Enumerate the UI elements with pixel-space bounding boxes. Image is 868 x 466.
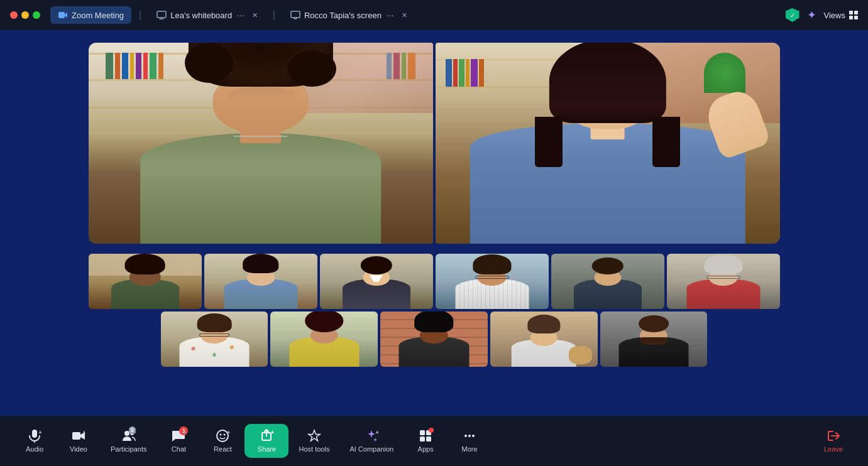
participants-label: Participants bbox=[111, 445, 146, 453]
apps-button[interactable]: Apps bbox=[404, 424, 448, 458]
thumb-2 bbox=[204, 254, 317, 309]
thumb-6 bbox=[667, 254, 780, 309]
svg-rect-14 bbox=[426, 436, 431, 442]
react-icon: ▲ bbox=[216, 429, 229, 443]
toolbar: ▲ Audio ▲ Video 3 ▲ Participants bbox=[0, 416, 868, 466]
tab-dots-whiteboard[interactable]: ··· bbox=[237, 10, 244, 20]
ai-companion-button[interactable]: ▲ AI Companion bbox=[339, 424, 404, 458]
svg-rect-11 bbox=[420, 430, 425, 435]
host-tools-button[interactable]: Host tools bbox=[288, 424, 339, 458]
react-button[interactable]: ▲ React bbox=[201, 424, 244, 458]
svg-rect-4 bbox=[72, 432, 80, 440]
main-video-grid bbox=[89, 43, 780, 244]
svg-point-17 bbox=[472, 435, 475, 437]
tab-close-screen[interactable]: ✕ bbox=[402, 11, 407, 19]
share-icon: ▲ bbox=[260, 429, 273, 443]
tab-zoom-meeting[interactable]: Zoom Meeting bbox=[50, 6, 131, 24]
ai-sparkle-icon[interactable]: ✦ bbox=[807, 8, 816, 22]
chat-chevron-icon: ▲ bbox=[182, 429, 187, 435]
chat-icon: 1 ▲ bbox=[172, 429, 185, 443]
chat-button[interactable]: 1 ▲ Chat bbox=[157, 424, 201, 458]
apps-notification-dot bbox=[429, 428, 434, 433]
screen-icon bbox=[290, 10, 300, 20]
share-label: Share bbox=[258, 445, 276, 453]
video-cell-2 bbox=[436, 43, 780, 244]
host-tools-icon bbox=[307, 429, 321, 443]
tab-close-whiteboard[interactable]: ✕ bbox=[252, 11, 258, 19]
audio-button[interactable]: ▲ Audio bbox=[13, 424, 57, 458]
title-bar-right: ✓ ✦ Views bbox=[786, 8, 858, 22]
video-button[interactable]: ▲ Video bbox=[57, 424, 101, 458]
tab-separator-1: | bbox=[139, 9, 141, 21]
leave-button[interactable]: Leave bbox=[811, 424, 855, 458]
chat-label: Chat bbox=[172, 445, 186, 453]
grid-icon bbox=[849, 11, 858, 19]
host-tools-label: Host tools bbox=[299, 445, 329, 453]
thumb-10 bbox=[490, 312, 598, 367]
svg-point-16 bbox=[468, 435, 471, 437]
leave-label: Leave bbox=[824, 445, 843, 453]
thumb-9 bbox=[380, 312, 488, 367]
react-label: React bbox=[214, 445, 232, 453]
tab-whiteboard-label: Lea's whiteboard bbox=[170, 11, 232, 20]
main-content bbox=[0, 30, 868, 416]
more-label: More bbox=[462, 445, 478, 453]
tab-screen-label: Rocco Tapia's screen bbox=[304, 11, 382, 20]
thumb-8 bbox=[270, 312, 378, 367]
ai-companion-chevron-icon: ▲ bbox=[375, 429, 380, 435]
video-label: Video bbox=[70, 445, 87, 453]
svg-rect-1 bbox=[157, 11, 166, 18]
more-icon bbox=[463, 429, 476, 443]
svg-point-15 bbox=[464, 435, 467, 437]
svg-point-9 bbox=[224, 434, 226, 436]
leave-icon bbox=[827, 429, 840, 443]
react-chevron-icon: ▲ bbox=[226, 429, 231, 435]
thumb-5 bbox=[551, 254, 664, 309]
svg-rect-13 bbox=[420, 436, 425, 442]
traffic-lights bbox=[10, 11, 40, 19]
mic-icon: ▲ bbox=[28, 429, 41, 443]
participants-chevron-icon: ▲ bbox=[132, 429, 137, 435]
tab-rocco-screen[interactable]: Rocco Tapia's screen ··· ✕ bbox=[283, 6, 415, 24]
svg-rect-0 bbox=[58, 12, 65, 18]
video-chevron-icon: ▲ bbox=[82, 429, 87, 435]
audio-label: Audio bbox=[26, 445, 43, 453]
participants-icon: 3 ▲ bbox=[122, 429, 136, 443]
audio-chevron-icon: ▲ bbox=[38, 429, 43, 435]
thumb-7 bbox=[161, 312, 268, 367]
more-button[interactable]: More bbox=[448, 424, 492, 458]
ai-companion-label: AI Companion bbox=[349, 445, 393, 453]
apps-icon bbox=[419, 429, 432, 443]
minimize-button[interactable] bbox=[21, 11, 29, 19]
maximize-button[interactable] bbox=[33, 11, 40, 19]
title-bar: Zoom Meeting | Lea's whiteboard ··· ✕ | … bbox=[0, 0, 868, 30]
thumb-1 bbox=[89, 254, 202, 309]
tab-separator-2: | bbox=[273, 9, 275, 21]
video-cell-1 bbox=[89, 43, 433, 244]
video-icon: ▲ bbox=[72, 429, 85, 443]
apps-label: Apps bbox=[418, 445, 434, 453]
thumb-11 bbox=[600, 312, 708, 367]
ai-companion-icon: ▲ bbox=[365, 429, 378, 443]
tab-leas-whiteboard[interactable]: Lea's whiteboard ··· ✕ bbox=[149, 6, 265, 24]
thumbnail-row-2 bbox=[161, 312, 708, 367]
svg-rect-2 bbox=[291, 11, 300, 18]
tab-dots-screen[interactable]: ··· bbox=[387, 10, 394, 20]
svg-point-8 bbox=[220, 434, 222, 436]
participants-button[interactable]: 3 ▲ Participants bbox=[101, 424, 157, 458]
svg-rect-3 bbox=[32, 430, 37, 438]
share-button[interactable]: ▲ Share bbox=[244, 424, 288, 458]
close-button[interactable] bbox=[10, 11, 18, 19]
thumb-4 bbox=[436, 254, 549, 309]
views-button[interactable]: Views bbox=[824, 11, 858, 20]
meeting-icon bbox=[58, 10, 68, 20]
thumbnail-row-1 bbox=[89, 254, 780, 309]
tab-zoom-meeting-label: Zoom Meeting bbox=[72, 11, 124, 20]
thumb-3 bbox=[320, 254, 433, 309]
security-shield-icon[interactable]: ✓ bbox=[786, 8, 799, 22]
whiteboard-icon bbox=[157, 10, 167, 20]
views-label: Views bbox=[824, 11, 845, 20]
